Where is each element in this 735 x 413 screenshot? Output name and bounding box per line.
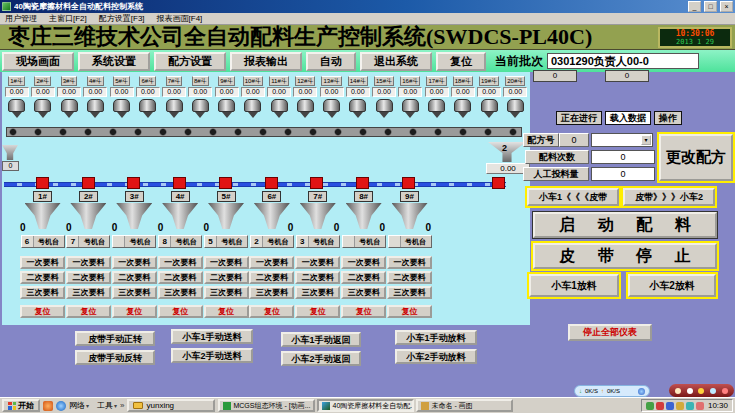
- chevron-down-icon[interactable]: ▾: [641, 135, 651, 145]
- nav-button[interactable]: 现场画面: [2, 52, 74, 71]
- floating-toolbar-widget[interactable]: [669, 384, 734, 397]
- bin-label: 3#: [125, 191, 144, 202]
- request-material-1-button[interactable]: 一次要料: [387, 256, 432, 269]
- hopper-weight-value: 0.00: [83, 87, 107, 97]
- taskbar-toolbar-item[interactable]: 工具▾: [97, 400, 117, 411]
- cart1-manual-drop-button[interactable]: 小车1手动放料: [395, 330, 477, 345]
- process-panel: 1#斗0.002#斗0.003#斗0.004#斗0.005#斗0.006#斗0.…: [2, 72, 530, 325]
- cart1-to-belt-button[interactable]: 小车1《《《皮带: [527, 188, 619, 206]
- taskbar-task-button[interactable]: 40陶瓷摩擦材料全自动配...: [317, 399, 414, 412]
- request-material-3-button[interactable]: 三次要料: [158, 286, 203, 299]
- change-recipe-button[interactable]: 更改配方: [659, 134, 733, 181]
- hopper-column: 7#斗0.00: [162, 76, 187, 118]
- request-material-2-button[interactable]: 二次要料: [204, 271, 249, 284]
- request-material-3-button[interactable]: 三次要料: [20, 286, 65, 299]
- net-speed-value: 0K/S: [585, 388, 598, 394]
- bin-reset-button[interactable]: 复位: [295, 305, 340, 318]
- nav-button[interactable]: 配方设置: [154, 52, 226, 71]
- request-material-3-button[interactable]: 三次要料: [295, 286, 340, 299]
- bin-reset-button[interactable]: 复位: [158, 305, 203, 318]
- stop-all-meters-button[interactable]: 停止全部仪表: [568, 324, 652, 341]
- bin-reset-button[interactable]: 复位: [66, 305, 111, 318]
- quick-launch-icon-2[interactable]: [56, 401, 66, 411]
- belt-stop-button[interactable]: 皮 带 停 止: [533, 243, 717, 269]
- tray-icon[interactable]: [676, 402, 684, 410]
- taskbar-task-button[interactable]: 未命名 - 画图: [416, 399, 513, 412]
- start-button[interactable]: 开始: [2, 399, 40, 412]
- machine-station-label: 号机台: [355, 236, 385, 247]
- request-material-3-button[interactable]: 三次要料: [112, 286, 157, 299]
- close-button[interactable]: ×: [720, 1, 733, 12]
- widget-icon: [675, 388, 681, 394]
- bin-reset-button[interactable]: 复位: [341, 305, 386, 318]
- current-batch-input[interactable]: [547, 53, 699, 69]
- request-material-2-button[interactable]: 二次要料: [112, 271, 157, 284]
- nav-button[interactable]: 复位: [436, 52, 486, 71]
- left-funnel-value: 0: [2, 161, 19, 171]
- request-material-1-button[interactable]: 一次要料: [295, 256, 340, 269]
- request-material-2-button[interactable]: 二次要料: [249, 271, 294, 284]
- window-titlebar: 40陶瓷摩擦材料全自动配料控制系统 _ □ ×: [0, 0, 735, 13]
- cart1-manual-send-button[interactable]: 小车1手动送料: [171, 329, 253, 344]
- cart2-manual-return-button[interactable]: 小车2手动返回: [281, 351, 361, 366]
- bin-reset-button[interactable]: 复位: [20, 305, 65, 318]
- request-material-3-button[interactable]: 三次要料: [66, 286, 111, 299]
- hopper-icon: [112, 99, 131, 118]
- cart2-manual-send-button[interactable]: 小车2手动送料: [171, 348, 253, 363]
- request-material-3-button[interactable]: 三次要料: [341, 286, 386, 299]
- request-material-1-button[interactable]: 一次要料: [112, 256, 157, 269]
- tray-icon[interactable]: [646, 402, 654, 410]
- request-material-2-button[interactable]: 二次要料: [341, 271, 386, 284]
- request-material-1-button[interactable]: 一次要料: [341, 256, 386, 269]
- request-material-2-button[interactable]: 二次要料: [158, 271, 203, 284]
- request-material-1-button[interactable]: 一次要料: [204, 256, 249, 269]
- tray-icon[interactable]: [686, 402, 694, 410]
- belt-manual-reverse-button[interactable]: 皮带手动反转: [75, 350, 155, 365]
- request-material-2-button[interactable]: 二次要料: [66, 271, 111, 284]
- request-material-1-button[interactable]: 一次要料: [20, 256, 65, 269]
- recipe-select[interactable]: ▾: [591, 133, 653, 147]
- request-material-1-button[interactable]: 一次要料: [66, 256, 111, 269]
- cart1-manual-return-button[interactable]: 小车1手动返回: [281, 332, 361, 347]
- hopper-label: 19#斗: [479, 76, 499, 86]
- right-funnel-label: 2: [502, 143, 507, 153]
- hopper-icon: [270, 99, 289, 118]
- request-material-3-button[interactable]: 三次要料: [249, 286, 294, 299]
- maximize-button[interactable]: □: [704, 1, 717, 12]
- taskbar-toolbar-item[interactable]: 网络▾: [69, 400, 89, 411]
- cart1-discharge-button[interactable]: 小车1放料: [529, 274, 619, 297]
- bin-column: 8#0号机台一次要料二次要料三次要料复位: [341, 191, 386, 318]
- bin-reset-button[interactable]: 复位: [112, 305, 157, 318]
- bin-label: 6#: [262, 191, 281, 202]
- bin-reset-button[interactable]: 复位: [204, 305, 249, 318]
- nav-button[interactable]: 报表输出: [230, 52, 302, 71]
- minimize-button[interactable]: _: [688, 1, 701, 12]
- request-material-3-button[interactable]: 三次要料: [387, 286, 432, 299]
- nav-button[interactable]: 系统设置: [78, 52, 150, 71]
- cart2-manual-drop-button[interactable]: 小车2手动放料: [395, 349, 477, 364]
- net-speed-widget[interactable]: ↓0K/S↑0K/S: [574, 385, 650, 397]
- folder-task-button[interactable]: yunxing: [127, 399, 215, 412]
- nav-button[interactable]: 退出系统: [360, 52, 432, 71]
- request-material-1-button[interactable]: 一次要料: [249, 256, 294, 269]
- request-material-2-button[interactable]: 二次要料: [20, 271, 65, 284]
- start-batching-button[interactable]: 启 动 配 料: [533, 212, 717, 238]
- request-material-2-button[interactable]: 二次要料: [295, 271, 340, 284]
- tray-icon[interactable]: [696, 402, 704, 410]
- quick-launch-icon-1[interactable]: [43, 401, 53, 411]
- hopper-row: 1#斗0.002#斗0.003#斗0.004#斗0.005#斗0.006#斗0.…: [4, 76, 528, 118]
- cart2-discharge-button[interactable]: 小车2放料: [628, 274, 716, 297]
- belt-manual-forward-button[interactable]: 皮带手动正转: [75, 331, 155, 346]
- bin-reset-button[interactable]: 复位: [249, 305, 294, 318]
- status-in-progress: 正在进行: [556, 111, 602, 125]
- request-material-3-button[interactable]: 三次要料: [204, 286, 249, 299]
- chevron-more-icon[interactable]: »: [120, 401, 124, 410]
- belt-to-cart2-button[interactable]: 皮带》》》小车2: [623, 188, 715, 206]
- request-material-2-button[interactable]: 二次要料: [387, 271, 432, 284]
- bin-reset-button[interactable]: 复位: [387, 305, 432, 318]
- tray-icon[interactable]: [666, 402, 674, 410]
- nav-button[interactable]: 自动: [306, 52, 356, 71]
- request-material-1-button[interactable]: 一次要料: [158, 256, 203, 269]
- tray-icon[interactable]: [656, 402, 664, 410]
- taskbar-task-button[interactable]: MCGS组态环境 - [动画...: [218, 399, 315, 412]
